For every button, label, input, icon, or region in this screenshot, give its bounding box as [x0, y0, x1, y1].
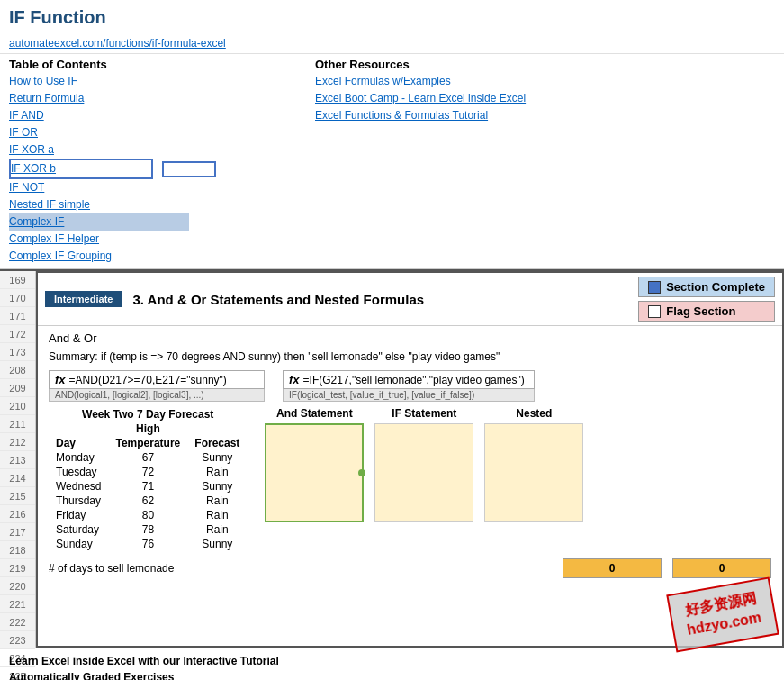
toc-link-8[interactable]: Complex IF — [9, 213, 189, 231]
page-title: IF Function — [9, 7, 775, 28]
green-dot-icon — [358, 469, 365, 476]
table-subtitle: High — [108, 422, 187, 436]
other-resources-heading: Other Resources — [315, 58, 775, 71]
url-link[interactable]: automateexcel.com/functions/if-formula-e… — [9, 37, 226, 50]
resource-link-1[interactable]: Excel Boot Camp - Learn Excel inside Exc… — [315, 90, 775, 107]
formula-hint-1: AND(logical1, [logical2], [logical3], ..… — [49, 389, 265, 402]
formula-text-1: =AND(D217>=70,E217="sunny") — [69, 374, 227, 386]
formula-text-2: =IF(G217,"sell lemonade","play video gam… — [303, 374, 525, 386]
flag-label: Flag Section — [666, 304, 735, 318]
toc-link-2[interactable]: IF AND — [9, 107, 297, 124]
level-badge: Intermediate — [45, 291, 122, 307]
and-statement-box — [265, 423, 364, 522]
col-label-nested: Nested — [484, 407, 583, 420]
count-label: # of days to sell lemonade — [49, 562, 442, 575]
flag-checkbox[interactable] — [648, 305, 661, 318]
section-complete-button[interactable]: Section Complete — [638, 277, 775, 297]
complete-label: Section Complete — [666, 280, 765, 294]
table-title: Week Two 7 Day Forecast — [49, 407, 247, 422]
empty-cell — [162, 161, 216, 177]
complete-checkbox[interactable] — [648, 281, 661, 294]
toc-link-9[interactable]: Complex IF Helper — [9, 231, 297, 248]
toc-link-5[interactable]: IF XOR b — [9, 159, 153, 179]
resource-link-0[interactable]: Excel Formulas w/Examples — [315, 73, 775, 90]
col-label-if: IF Statement — [374, 407, 473, 420]
toc-link-4[interactable]: IF XOR a — [9, 141, 297, 159]
count-box-if: 0 — [563, 558, 662, 578]
flag-section-button[interactable]: Flag Section — [638, 301, 775, 322]
table-row: Monday67Sunny — [49, 450, 247, 465]
table-row: Saturday78Rain — [49, 522, 247, 537]
if-statement-box — [374, 423, 473, 522]
table-row: Thursday62Rain — [49, 494, 247, 508]
col-label-and: And Statement — [265, 407, 364, 420]
toc-heading: Table of Contents — [9, 58, 297, 71]
table-row: Sunday76Sunny — [49, 537, 247, 551]
toc-link-3[interactable]: IF OR — [9, 124, 297, 141]
table-row: Wednesd71Sunny — [49, 479, 247, 494]
resource-link-2[interactable]: Excel Functions & Formulas Tutorial — [315, 107, 775, 124]
count-box-nested: 0 — [672, 558, 771, 578]
toc-link-7[interactable]: Nested IF simple — [9, 196, 297, 213]
footer: Learn Excel inside Excel with our Intera… — [0, 648, 784, 680]
toc-link-0[interactable]: How to Use IF — [9, 73, 297, 90]
toc-link-1[interactable]: Return Formula — [9, 90, 297, 107]
section-title: 3. And & Or Statements and Nested Formul… — [132, 292, 629, 307]
footer-line-2: Automatically Graded Exercises — [9, 669, 775, 680]
row-numbers: 169 170 171 172 173 208 209 210 211 212 … — [0, 271, 36, 648]
nested-box — [484, 423, 583, 522]
formula-icon-2: fx — [289, 373, 300, 386]
table-row: Tuesday72Rain — [49, 465, 247, 479]
table-row: Friday80Rain — [49, 508, 247, 522]
forecast-table: Week Two 7 Day Forecast High Day Tempera — [49, 407, 247, 551]
summary-text: Summary: if (temp is => 70 degrees AND s… — [49, 350, 771, 363]
toc-link-6[interactable]: IF NOT — [9, 179, 297, 196]
footer-line-1: Learn Excel inside Excel with our Intera… — [9, 653, 775, 669]
formula-hint-2: IF(logical_test, [value_if_true], [value… — [283, 389, 535, 402]
section-subtitle: And & Or — [49, 331, 771, 345]
toc-link-10[interactable]: Complex IF Grouping — [9, 248, 297, 265]
formula-icon-1: fx — [55, 373, 66, 386]
